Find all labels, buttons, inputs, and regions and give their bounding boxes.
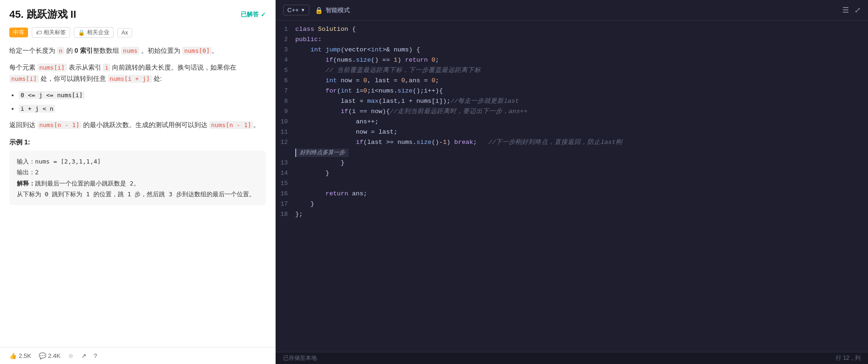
code-line: 1class Solution {: [276, 24, 868, 35]
line-number: 1: [276, 24, 295, 35]
example-box: 输入：nums = [2,3,1,1,4] 输出：2 解释：跳到最后一个位置的最…: [9, 150, 266, 206]
editor-toolbar: C++ ▼ 🔒 智能模式 ☰ ⤢: [276, 0, 868, 21]
code-line: 6 int now = 0, last = 0,ans = 0;: [276, 76, 868, 86]
problem-title-name: 跳跃游戏 II: [27, 8, 76, 20]
code-line: 16 return ans;: [276, 189, 868, 199]
line-content: int jump(vector<int>& nums) {: [295, 45, 868, 55]
desc1: 给定一个长度为 n 的 0 索引整数数组 nums 。初始位置为 nums[0]…: [9, 45, 266, 57]
desc2: 每个元素 nums[i] 表示从索引 i 向前跳转的最大长度。换句话说，如果你在…: [9, 62, 266, 85]
code-line: 4 if(nums.size() == 1) return 0;: [276, 55, 868, 65]
lock-icon: 🔒: [315, 7, 323, 14]
line-number: 11: [276, 127, 295, 137]
thumbs-up-icon: 👍: [9, 352, 17, 359]
expand-icon[interactable]: ⤢: [854, 6, 861, 14]
share-icon: ↗: [81, 352, 86, 359]
comment-button[interactable]: 💬 2.4K: [39, 352, 61, 359]
line-content: if(i == now){//走到当前最远距离时，要迈出下一步，ans++: [295, 107, 868, 117]
star-icon: ☆: [68, 352, 74, 359]
line-number: 4: [276, 55, 295, 65]
problem-number: 45.: [9, 8, 24, 20]
toolbar-right: ☰ ⤢: [842, 6, 861, 14]
chevron-down-icon: ▼: [301, 7, 306, 13]
code-line: 12 if(last >= nums.size()-1) break; //下一…: [276, 137, 868, 148]
code-line: 11 now = last;: [276, 127, 868, 137]
line-content: }: [295, 199, 868, 209]
line-number: 18: [276, 209, 295, 220]
line-number: 8: [276, 96, 295, 107]
ghost-autocomplete: 好到终点多算一步: [295, 149, 349, 157]
line-content: last = max(last,i + nums[i]);//每走一步就更新la…: [295, 96, 868, 107]
company-icon: 🔒: [78, 29, 85, 36]
font-button[interactable]: Ax: [117, 28, 132, 37]
problem-title-text: 45. 跳跃游戏 II: [9, 7, 76, 21]
code-line: 15: [276, 178, 868, 189]
code-line: 8 last = max(last,i + nums[i]);//每走一步就更新…: [276, 96, 868, 107]
star-button[interactable]: ☆: [68, 352, 74, 359]
help-button[interactable]: ?: [94, 352, 97, 359]
line-number: 15: [276, 178, 295, 189]
example-explain: 解释：跳到最后一个位置的最小跳跃数是 2。: [17, 178, 258, 189]
line-number: 5: [276, 65, 295, 76]
line-number: 12: [276, 137, 295, 148]
line-content: class Solution {: [295, 24, 868, 35]
code-line: 14 }: [276, 168, 868, 178]
solved-badge: 已解答 ✓: [241, 10, 266, 19]
cursor-position: 行 12，列: [836, 354, 861, 362]
code-line: 18};: [276, 209, 868, 220]
line-number: 2: [276, 35, 295, 45]
line-number: 13: [276, 158, 295, 168]
example-input: 输入：nums = [2,3,1,1,4]: [17, 156, 258, 167]
line-content: // 当前覆盖最远距离下标，下一步覆盖最远距离下标: [295, 65, 868, 76]
code-line: 7 for(int i=0;i<nums.size();i++){: [276, 86, 868, 96]
line-content: public:: [295, 35, 868, 45]
bullet-1: 0 <= j <= nums[i]: [19, 90, 266, 100]
code-line: 5 // 当前覆盖最远距离下标，下一步覆盖最远距离下标: [276, 65, 868, 76]
code-line: 17 }: [276, 199, 868, 209]
example-output: 输出：2: [17, 167, 258, 178]
line-content: 好到终点多算一步: [295, 148, 868, 158]
line-number: 16: [276, 189, 295, 199]
line-content: }: [295, 168, 868, 178]
line-number: 9: [276, 107, 295, 117]
code-editor-panel: C++ ▼ 🔒 智能模式 ☰ ⤢ 1class Solution {2publi…: [276, 0, 868, 364]
line-number: 6: [276, 76, 295, 86]
menu-icon[interactable]: ☰: [842, 6, 849, 14]
left-content: 45. 跳跃游戏 II 已解答 ✓ 中等 🏷 相关标签 🔒 相关企业 Ax: [0, 0, 275, 347]
comment-icon: 💬: [39, 352, 46, 359]
code-line: 2public:: [276, 35, 868, 45]
left-panel: 45. 跳跃游戏 II 已解答 ✓ 中等 🏷 相关标签 🔒 相关企业 Ax: [0, 0, 276, 364]
line-content: };: [295, 209, 868, 220]
desc3: 返回到达 nums[n - 1] 的最小跳跃次数。生成的测试用例可以到达 num…: [9, 120, 266, 131]
problem-title: 45. 跳跃游戏 II 已解答 ✓: [9, 7, 266, 21]
example-title: 示例 1:: [9, 138, 266, 147]
line-content: return ans;: [295, 189, 868, 199]
difficulty-tag[interactable]: 中等: [9, 28, 28, 37]
status-bar: 已存储至本地 行 12，列: [276, 352, 868, 364]
line-content: ans++;: [295, 117, 868, 127]
line-content: if(nums.size() == 1) return 0;: [295, 55, 868, 65]
line-content: int now = 0, last = 0,ans = 0;: [295, 76, 868, 86]
language-selector[interactable]: C++ ▼: [283, 5, 309, 15]
smart-mode: 🔒 智能模式: [315, 6, 350, 14]
code-line: 13 }: [276, 158, 868, 168]
share-button[interactable]: ↗: [81, 352, 86, 359]
code-line: 10 ans++;: [276, 117, 868, 127]
line-number: 14: [276, 168, 295, 178]
code-line: 好到终点多算一步: [276, 148, 868, 158]
tags-row: 中等 🏷 相关标签 🔒 相关企业 Ax: [9, 27, 266, 38]
save-status: 已存储至本地: [283, 354, 317, 362]
line-number: 3: [276, 45, 295, 55]
code-editor[interactable]: 1class Solution {2public:3 int jump(vect…: [276, 21, 868, 352]
line-number: 10: [276, 117, 295, 127]
related-company-button[interactable]: 🔒 相关企业: [74, 27, 114, 38]
example-explain2: 从下标为 0 跳到下标为 1 的位置，跳 1 步，然后跳 3 步到达数组的最后一…: [17, 189, 258, 200]
bullet-2: i + j < n: [19, 103, 266, 114]
bottom-bar: 👍 2.5K 💬 2.4K ☆ ↗ ?: [0, 347, 275, 364]
line-content: for(int i=0;i<nums.size();i++){: [295, 86, 868, 96]
related-tags-button[interactable]: 🏷 相关标签: [32, 27, 70, 38]
code-line: 3 int jump(vector<int>& nums) {: [276, 45, 868, 55]
line-number: 7: [276, 86, 295, 96]
line-content: if(last >= nums.size()-1) break; //下一步刚好…: [295, 137, 868, 148]
bullet-list: 0 <= j <= nums[i] i + j < n: [9, 90, 266, 114]
like-button[interactable]: 👍 2.5K: [9, 352, 31, 359]
